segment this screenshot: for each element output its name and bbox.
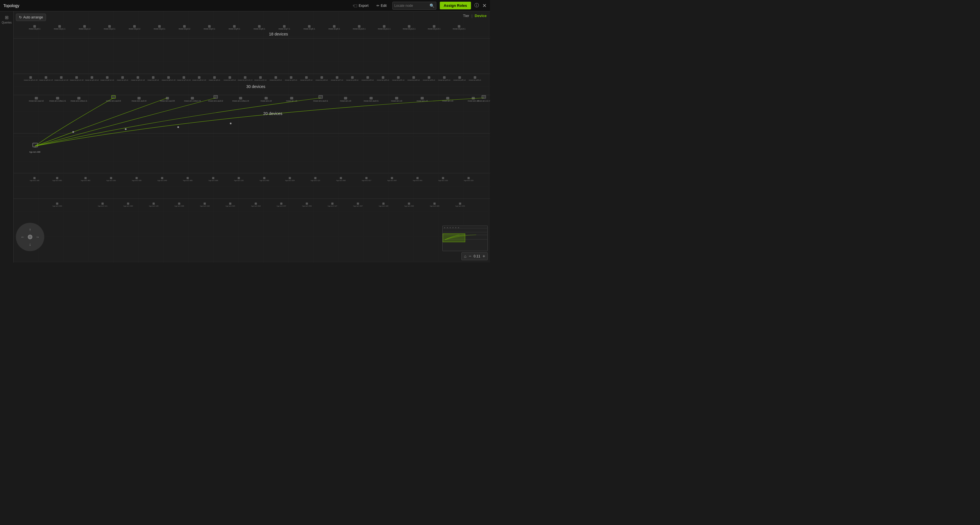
svg-text:mose-isr-p3-s1: mose-isr-p3-s1: [117, 79, 129, 81]
svg-text:hgx-isr1-008: hgx-isr1-008: [404, 205, 414, 207]
home-button[interactable]: ⌂: [464, 254, 466, 259]
svg-text:hgx-isr1-086: hgx-isr1-086: [30, 151, 41, 153]
svg-rect-65: [367, 76, 369, 79]
svg-text:mose-isr-p0-s1-n4: mose-isr-p0-s1-n4: [39, 79, 53, 81]
svg-rect-117: [395, 97, 398, 99]
svg-rect-56: [229, 76, 231, 79]
svg-text:hgx-isr1-018: hgx-isr1-018: [251, 205, 261, 207]
svg-rect-69: [428, 76, 430, 79]
locate-node-input[interactable]: [395, 4, 428, 8]
svg-text:mose-isr1-au3-l1: mose-isr1-au3-l1: [364, 100, 379, 102]
info-button[interactable]: ⓘ: [474, 3, 479, 8]
locate-node-search: 🔍: [392, 2, 436, 10]
svg-rect-43: [30, 76, 32, 79]
svg-rect-15: [233, 25, 235, 27]
svg-text:mose-isr-p20-s1: mose-isr-p20-s1: [377, 79, 389, 81]
svg-text:mose-ar1-c2bu1-l4: mose-ar1-c2bu1-l4: [184, 100, 201, 102]
svg-rect-151: [84, 177, 86, 179]
svg-text:mose-id-p5-1: mose-id-p5-1: [228, 28, 240, 30]
assign-roles-button[interactable]: Assign Roles: [440, 2, 471, 10]
svg-text:hgx-isr1-025: hgx-isr1-025: [226, 205, 235, 207]
svg-rect-189: [178, 203, 180, 205]
svg-text:hgx-isr1-047: hgx-isr1-047: [277, 205, 286, 207]
edit-button[interactable]: ✏ Edit: [374, 3, 389, 9]
svg-text:mose-isr-p4-s1-n2: mose-isr-p4-s1-n2: [131, 79, 145, 81]
svg-rect-105: [78, 97, 80, 99]
topology-canvas-area[interactable]: ↻ Auto arrange Tier | Device: [14, 11, 490, 262]
svg-text:hgx-isr1-006: hgx-isr1-006: [208, 180, 218, 181]
svg-rect-111: [239, 97, 242, 99]
svg-rect-21: [383, 25, 385, 27]
svg-text:hgx-isr1-081: hgx-isr1-081: [52, 180, 62, 181]
svg-rect-149: [33, 177, 35, 179]
svg-rect-198: [408, 203, 410, 205]
svg-rect-157: [238, 177, 240, 179]
zoom-out-button[interactable]: −: [469, 254, 471, 259]
svg-text:mose-ar1-c1-l4: mose-ar1-c1-l4: [477, 100, 490, 102]
svg-rect-64: [351, 76, 353, 79]
nav-left-button[interactable]: ←: [20, 234, 25, 240]
svg-text:hgx-isr1-041: hgx-isr1-041: [413, 180, 422, 181]
svg-rect-154: [161, 177, 163, 179]
page-title: Topology: [3, 3, 19, 8]
svg-text:mose-id-p4-1: mose-id-p4-1: [204, 28, 215, 30]
svg-text:hgx-isr1-007: hgx-isr1-007: [387, 180, 397, 181]
svg-text:mose-ar1-c0: mose-ar1-c0: [340, 100, 351, 102]
svg-text:hgx-isr1-093: hgx-isr1-093: [259, 180, 269, 181]
svg-rect-66: [382, 76, 384, 79]
svg-rect-19: [333, 25, 336, 27]
svg-text:mose-isr-p25-s1: mose-isr-p25-s1: [453, 79, 466, 81]
svg-text:mose-isr-p2-s0-s1: mose-isr-p2-s0-s1: [85, 79, 99, 81]
svg-rect-72: [474, 76, 476, 79]
svg-rect-118: [421, 97, 423, 99]
svg-rect-187: [127, 203, 129, 205]
svg-rect-112: [265, 97, 267, 99]
export-icon: ↑⬚: [352, 4, 357, 8]
svg-text:hgx-isr1-111: hgx-isr1-111: [98, 205, 108, 207]
svg-rect-193: [280, 203, 282, 205]
device-toggle[interactable]: Device: [475, 14, 487, 18]
svg-text:mose-ar1-c2bu1-l4: mose-ar1-c2bu1-l4: [232, 100, 249, 102]
svg-text:mose-isr1-au3-l4: mose-isr1-au3-l4: [132, 100, 147, 102]
svg-text:mose-id-p2-2: mose-id-p2-2: [129, 28, 140, 30]
svg-rect-158: [263, 177, 265, 179]
nav-up-button[interactable]: ↑: [27, 227, 33, 232]
svg-rect-9: [83, 25, 86, 27]
close-button[interactable]: ✕: [482, 3, 487, 9]
auto-arrange-button[interactable]: ↻ Auto arrange: [16, 14, 46, 21]
sidebar-item-queries[interactable]: ⊞ Queries: [2, 15, 12, 24]
svg-text:mose-isr-p6-s1-n3: mose-isr-p6-s1-n3: [162, 79, 176, 81]
svg-text:mose-id-p3-1: mose-id-p3-1: [153, 28, 165, 30]
svg-text:mose-isr-p5-s1: mose-isr-p5-s1: [148, 79, 159, 81]
svg-text:20 devices: 20 devices: [263, 111, 282, 116]
svg-rect-153: [135, 177, 138, 179]
svg-rect-113: [290, 97, 293, 99]
tier-toggle[interactable]: Tier: [463, 14, 469, 18]
svg-text:hgx-isr1-120: hgx-isr1-120: [234, 180, 244, 181]
svg-rect-13: [183, 25, 186, 27]
svg-rect-226: [444, 228, 445, 228]
svg-text:mose-isr-p19-s1: mose-isr-p19-s1: [361, 79, 374, 81]
svg-text:mose-id-p12-1: mose-id-p12-1: [402, 28, 415, 30]
svg-text:mose-isr-p9-s1: mose-isr-p9-s1: [209, 79, 220, 81]
svg-text:mose-isr-p2-s1-n1: mose-isr-p2-s1-n1: [100, 79, 115, 81]
svg-rect-47: [91, 76, 93, 79]
svg-rect-68: [412, 76, 415, 79]
export-button[interactable]: ↑⬚ Export: [350, 3, 371, 9]
nav-center[interactable]: [28, 235, 32, 239]
nav-down-button[interactable]: ↓: [27, 242, 33, 247]
svg-rect-70: [443, 76, 445, 79]
svg-text:mose-id-p1-2: mose-id-p1-2: [79, 28, 90, 30]
svg-text:hgx-isr1-024: hgx-isr1-024: [285, 180, 295, 181]
svg-text:mose-ar1-c2bu1-l1: mose-ar1-c2bu1-l1: [49, 100, 66, 102]
svg-text:mose-id-p11-1: mose-id-p11-1: [378, 28, 390, 30]
zoom-in-button[interactable]: +: [483, 254, 485, 259]
svg-rect-162: [366, 177, 368, 179]
svg-point-148: [230, 123, 232, 124]
svg-rect-53: [183, 76, 185, 79]
navigation-controls: ↑ ← → ↓: [16, 223, 44, 251]
svg-text:hgx-isr1-035: hgx-isr1-035: [132, 180, 142, 181]
nav-right-button[interactable]: →: [35, 234, 40, 240]
svg-text:mose-isr1-au3-l1: mose-isr1-au3-l1: [313, 100, 328, 102]
svg-rect-71: [458, 76, 461, 79]
